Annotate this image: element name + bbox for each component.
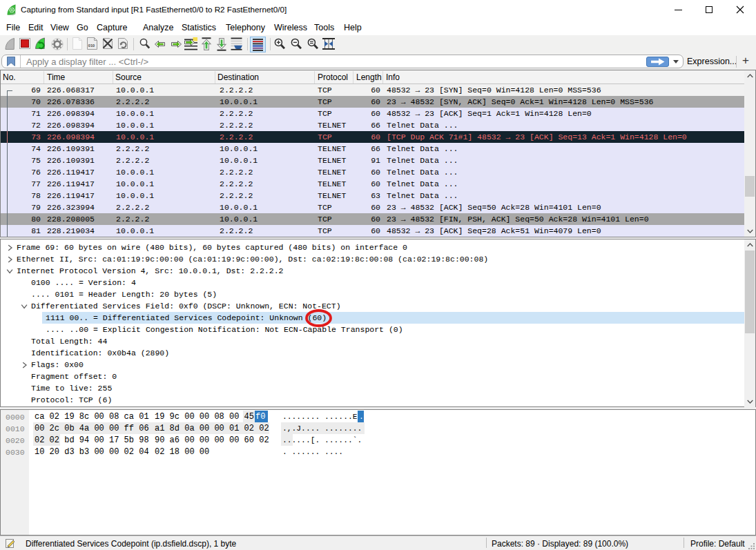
svg-text:010: 010 <box>88 43 95 48</box>
